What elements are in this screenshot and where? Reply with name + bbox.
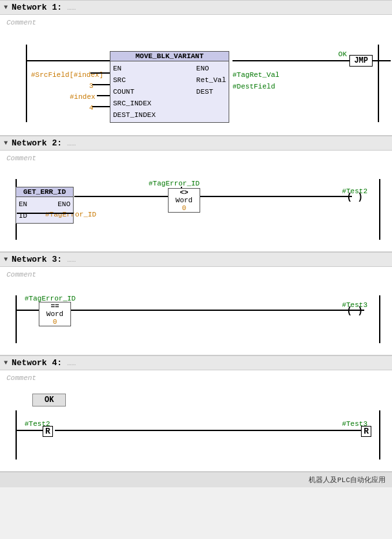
dest-out-label: #DestField (232, 82, 275, 91)
network-1-header[interactable]: ▼ Network 1: …… (0, 0, 392, 15)
collapse-arrow-3: ▼ (4, 256, 8, 263)
network-1-ladder: OK JMP MOVE_BLK_VARIANT EN SRC COUNT (6, 32, 386, 129)
network-4-body: Comment OK #Test2 R #Test3 R (0, 370, 392, 472)
n4-left-rail (15, 410, 17, 460)
src-index-label: #index (70, 92, 96, 101)
n2-result-wire (200, 196, 352, 197)
network-3-body: Comment #TagError_ID == Word 0 #Test3 ( … (0, 267, 392, 355)
network-2-body: Comment GET_ERR_ID EN ID ENO (0, 151, 392, 252)
dest-index-label: 4 (89, 103, 94, 112)
ret-val-label: #TagRet_Val (232, 70, 280, 79)
network-3-title: Network 3: (12, 255, 62, 264)
network-2-dots: …… (67, 140, 76, 147)
collapse-arrow-2: ▼ (4, 140, 8, 147)
network-4-header[interactable]: ▼ Network 4: …… (0, 355, 392, 370)
fb-left-pins: EN SRC COUNT SRC_INDEX DEST_INDEX (110, 61, 158, 122)
n2-coil: ( ) (347, 192, 363, 202)
n3-cmp-type: Word (42, 310, 68, 318)
n2-wire-id (17, 213, 74, 214)
wire-en (27, 60, 111, 61)
network-3-ladder: #TagError_ID == Word 0 #Test3 ( ) (6, 284, 386, 348)
wire-src-index (97, 95, 110, 96)
pin-eno: ENO (196, 63, 226, 74)
network-1-dots: …… (67, 4, 76, 12)
pin-en: EN (113, 63, 156, 74)
n2-cmp-op: <> (171, 189, 197, 196)
network-3-dots: …… (67, 256, 76, 264)
left-power-rail (26, 45, 27, 122)
n2-pin-en: EN (19, 198, 27, 210)
n4-wire-left (17, 430, 43, 431)
network-1-title: Network 1: (12, 3, 62, 12)
fb-right-pins: ENO Ret_Val DEST (194, 61, 229, 122)
pin-src: SRC (113, 74, 156, 86)
n2-cmp-val: 0 (171, 204, 197, 212)
n3-cmp-block: == Word 0 (39, 302, 71, 326)
get-err-title: GET_ERR_ID (16, 187, 73, 197)
jmp-box: JMP (349, 55, 373, 67)
collapse-arrow-4: ▼ (4, 359, 8, 366)
wire-dest-index (92, 106, 110, 107)
network-2-comment: Comment (6, 154, 386, 162)
n3-right-rail (379, 295, 380, 343)
n4-right-rail (379, 410, 380, 460)
network-2-header[interactable]: ▼ Network 2: …… (0, 136, 392, 151)
collapse-arrow-1: ▼ (4, 4, 8, 11)
network-2-title: Network 2: (12, 138, 62, 148)
n2-id-label: #TagError_ID (45, 210, 96, 219)
ok-contact: OK (32, 394, 66, 407)
network-3-comment: Comment (6, 271, 386, 279)
pin-count: COUNT (113, 86, 156, 98)
n2-right-rail (379, 179, 380, 240)
n4-wire-right (55, 430, 369, 431)
n3-cmp-op: == (42, 302, 68, 310)
n3-left-rail (15, 295, 17, 343)
n3-wire-right (71, 310, 364, 311)
n2-pin-eno: ENO (57, 198, 70, 210)
pin-dest-index: DEST_INDEX (113, 109, 156, 121)
pin-src-index: SRC_INDEX (113, 98, 156, 109)
n2-tag-error-label: #TagError_ID (149, 179, 200, 188)
pin-ret-val: Ret_Val (196, 74, 226, 86)
network-1-comment: Comment (6, 19, 386, 26)
right-power-rail (378, 45, 379, 122)
footer-text: 机器人及PLC自动化应用 (309, 476, 386, 484)
n2-cmp-block: <> Word 0 (168, 188, 200, 213)
count-label: 3 (89, 81, 94, 90)
network-3-header[interactable]: ▼ Network 3: …… (0, 252, 392, 267)
network-1-body: Comment OK JMP MOVE_BLK_VARIANT EN (0, 15, 392, 136)
n2-pin-id: ID (19, 210, 27, 222)
wire-src (90, 72, 110, 74)
n2-eno-wire (74, 196, 181, 197)
network-4-ladder: OK #Test2 R #Test3 R (6, 387, 386, 465)
network-4-dots: …… (67, 359, 76, 367)
n3-cmp-val: 0 (42, 318, 68, 326)
n3-coil: ( ) (347, 306, 363, 316)
n2-cmp-type: Word (171, 196, 197, 204)
n4-reset-coil-1: R (43, 426, 53, 437)
pin-dest: DEST (196, 86, 226, 98)
fb-move-blk: MOVE_BLK_VARIANT EN SRC COUNT SRC_INDEX (110, 51, 229, 123)
wire-count (92, 84, 110, 85)
network-2-ladder: GET_ERR_ID EN ID ENO #TagError_ID (6, 167, 386, 245)
page-footer: 机器人及PLC自动化应用 (0, 472, 392, 487)
n3-wire-left (17, 310, 39, 311)
fb-title: MOVE_BLK_VARIANT (110, 52, 229, 61)
network-4-comment: Comment (6, 374, 386, 382)
network-4-title: Network 4: (12, 358, 62, 368)
ok-label: OK (338, 50, 347, 59)
n4-reset-coil-2: R (361, 426, 371, 437)
